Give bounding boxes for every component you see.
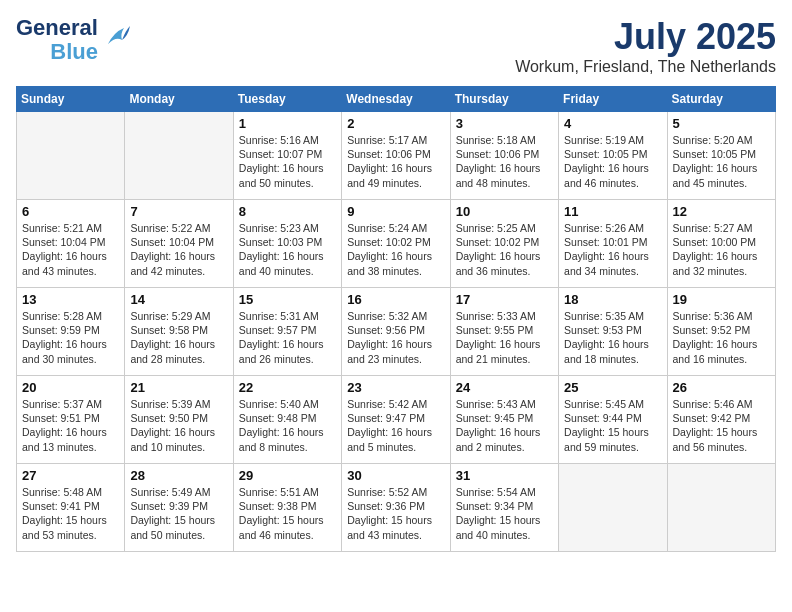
day-number: 10 bbox=[456, 204, 553, 219]
day-info: Sunrise: 5:29 AMSunset: 9:58 PMDaylight:… bbox=[130, 309, 227, 366]
weekday-header-sunday: Sunday bbox=[17, 87, 125, 112]
weekday-header-monday: Monday bbox=[125, 87, 233, 112]
calendar-week-3: 13Sunrise: 5:28 AMSunset: 9:59 PMDayligh… bbox=[17, 288, 776, 376]
day-number: 23 bbox=[347, 380, 444, 395]
calendar-cell: 16Sunrise: 5:32 AMSunset: 9:56 PMDayligh… bbox=[342, 288, 450, 376]
calendar-cell: 23Sunrise: 5:42 AMSunset: 9:47 PMDayligh… bbox=[342, 376, 450, 464]
day-number: 16 bbox=[347, 292, 444, 307]
day-info: Sunrise: 5:26 AMSunset: 10:01 PMDaylight… bbox=[564, 221, 661, 278]
day-info: Sunrise: 5:40 AMSunset: 9:48 PMDaylight:… bbox=[239, 397, 336, 454]
day-info: Sunrise: 5:23 AMSunset: 10:03 PMDaylight… bbox=[239, 221, 336, 278]
title-block: July 2025 Workum, Friesland, The Netherl… bbox=[515, 16, 776, 76]
calendar-cell: 5Sunrise: 5:20 AMSunset: 10:05 PMDayligh… bbox=[667, 112, 775, 200]
day-info: Sunrise: 5:35 AMSunset: 9:53 PMDaylight:… bbox=[564, 309, 661, 366]
day-number: 24 bbox=[456, 380, 553, 395]
calendar-cell: 10Sunrise: 5:25 AMSunset: 10:02 PMDaylig… bbox=[450, 200, 558, 288]
day-info: Sunrise: 5:25 AMSunset: 10:02 PMDaylight… bbox=[456, 221, 553, 278]
calendar-cell: 19Sunrise: 5:36 AMSunset: 9:52 PMDayligh… bbox=[667, 288, 775, 376]
page-header: General Blue July 2025 Workum, Friesland… bbox=[16, 16, 776, 76]
calendar-week-2: 6Sunrise: 5:21 AMSunset: 10:04 PMDayligh… bbox=[17, 200, 776, 288]
day-number: 18 bbox=[564, 292, 661, 307]
calendar-cell: 11Sunrise: 5:26 AMSunset: 10:01 PMDaylig… bbox=[559, 200, 667, 288]
day-number: 8 bbox=[239, 204, 336, 219]
calendar-cell: 30Sunrise: 5:52 AMSunset: 9:36 PMDayligh… bbox=[342, 464, 450, 552]
calendar-cell: 28Sunrise: 5:49 AMSunset: 9:39 PMDayligh… bbox=[125, 464, 233, 552]
calendar-cell: 25Sunrise: 5:45 AMSunset: 9:44 PMDayligh… bbox=[559, 376, 667, 464]
logo-general: General bbox=[16, 16, 98, 40]
day-info: Sunrise: 5:16 AMSunset: 10:07 PMDaylight… bbox=[239, 133, 336, 190]
calendar-cell: 27Sunrise: 5:48 AMSunset: 9:41 PMDayligh… bbox=[17, 464, 125, 552]
logo-blue: Blue bbox=[50, 40, 98, 64]
day-info: Sunrise: 5:20 AMSunset: 10:05 PMDaylight… bbox=[673, 133, 770, 190]
day-info: Sunrise: 5:32 AMSunset: 9:56 PMDaylight:… bbox=[347, 309, 444, 366]
day-number: 25 bbox=[564, 380, 661, 395]
day-info: Sunrise: 5:27 AMSunset: 10:00 PMDaylight… bbox=[673, 221, 770, 278]
day-info: Sunrise: 5:48 AMSunset: 9:41 PMDaylight:… bbox=[22, 485, 119, 542]
day-info: Sunrise: 5:39 AMSunset: 9:50 PMDaylight:… bbox=[130, 397, 227, 454]
weekday-header-tuesday: Tuesday bbox=[233, 87, 341, 112]
location-subtitle: Workum, Friesland, The Netherlands bbox=[515, 58, 776, 76]
weekday-header-wednesday: Wednesday bbox=[342, 87, 450, 112]
day-info: Sunrise: 5:19 AMSunset: 10:05 PMDaylight… bbox=[564, 133, 661, 190]
day-number: 7 bbox=[130, 204, 227, 219]
day-info: Sunrise: 5:17 AMSunset: 10:06 PMDaylight… bbox=[347, 133, 444, 190]
calendar-cell: 6Sunrise: 5:21 AMSunset: 10:04 PMDayligh… bbox=[17, 200, 125, 288]
day-info: Sunrise: 5:28 AMSunset: 9:59 PMDaylight:… bbox=[22, 309, 119, 366]
calendar-cell: 7Sunrise: 5:22 AMSunset: 10:04 PMDayligh… bbox=[125, 200, 233, 288]
calendar-week-5: 27Sunrise: 5:48 AMSunset: 9:41 PMDayligh… bbox=[17, 464, 776, 552]
day-number: 12 bbox=[673, 204, 770, 219]
calendar-cell: 2Sunrise: 5:17 AMSunset: 10:06 PMDayligh… bbox=[342, 112, 450, 200]
day-info: Sunrise: 5:52 AMSunset: 9:36 PMDaylight:… bbox=[347, 485, 444, 542]
calendar-cell: 22Sunrise: 5:40 AMSunset: 9:48 PMDayligh… bbox=[233, 376, 341, 464]
day-info: Sunrise: 5:42 AMSunset: 9:47 PMDaylight:… bbox=[347, 397, 444, 454]
day-info: Sunrise: 5:45 AMSunset: 9:44 PMDaylight:… bbox=[564, 397, 661, 454]
calendar-cell: 4Sunrise: 5:19 AMSunset: 10:05 PMDayligh… bbox=[559, 112, 667, 200]
calendar-header-row: SundayMondayTuesdayWednesdayThursdayFrid… bbox=[17, 87, 776, 112]
calendar-cell: 12Sunrise: 5:27 AMSunset: 10:00 PMDaylig… bbox=[667, 200, 775, 288]
calendar-cell: 21Sunrise: 5:39 AMSunset: 9:50 PMDayligh… bbox=[125, 376, 233, 464]
calendar-cell: 18Sunrise: 5:35 AMSunset: 9:53 PMDayligh… bbox=[559, 288, 667, 376]
weekday-header-friday: Friday bbox=[559, 87, 667, 112]
logo: General Blue bbox=[16, 16, 132, 64]
calendar-cell: 13Sunrise: 5:28 AMSunset: 9:59 PMDayligh… bbox=[17, 288, 125, 376]
day-info: Sunrise: 5:31 AMSunset: 9:57 PMDaylight:… bbox=[239, 309, 336, 366]
calendar-cell bbox=[17, 112, 125, 200]
day-info: Sunrise: 5:51 AMSunset: 9:38 PMDaylight:… bbox=[239, 485, 336, 542]
day-number: 4 bbox=[564, 116, 661, 131]
calendar-cell: 31Sunrise: 5:54 AMSunset: 9:34 PMDayligh… bbox=[450, 464, 558, 552]
day-number: 22 bbox=[239, 380, 336, 395]
day-number: 5 bbox=[673, 116, 770, 131]
weekday-header-saturday: Saturday bbox=[667, 87, 775, 112]
calendar-week-4: 20Sunrise: 5:37 AMSunset: 9:51 PMDayligh… bbox=[17, 376, 776, 464]
day-number: 11 bbox=[564, 204, 661, 219]
calendar-cell bbox=[559, 464, 667, 552]
day-info: Sunrise: 5:33 AMSunset: 9:55 PMDaylight:… bbox=[456, 309, 553, 366]
calendar-cell: 9Sunrise: 5:24 AMSunset: 10:02 PMDayligh… bbox=[342, 200, 450, 288]
day-info: Sunrise: 5:22 AMSunset: 10:04 PMDaylight… bbox=[130, 221, 227, 278]
calendar-cell bbox=[667, 464, 775, 552]
calendar-cell: 1Sunrise: 5:16 AMSunset: 10:07 PMDayligh… bbox=[233, 112, 341, 200]
calendar-cell: 15Sunrise: 5:31 AMSunset: 9:57 PMDayligh… bbox=[233, 288, 341, 376]
calendar-cell: 17Sunrise: 5:33 AMSunset: 9:55 PMDayligh… bbox=[450, 288, 558, 376]
day-info: Sunrise: 5:21 AMSunset: 10:04 PMDaylight… bbox=[22, 221, 119, 278]
day-number: 14 bbox=[130, 292, 227, 307]
day-info: Sunrise: 5:54 AMSunset: 9:34 PMDaylight:… bbox=[456, 485, 553, 542]
day-info: Sunrise: 5:18 AMSunset: 10:06 PMDaylight… bbox=[456, 133, 553, 190]
day-number: 1 bbox=[239, 116, 336, 131]
day-number: 29 bbox=[239, 468, 336, 483]
day-number: 6 bbox=[22, 204, 119, 219]
day-number: 28 bbox=[130, 468, 227, 483]
calendar-cell: 29Sunrise: 5:51 AMSunset: 9:38 PMDayligh… bbox=[233, 464, 341, 552]
day-number: 3 bbox=[456, 116, 553, 131]
calendar-cell: 3Sunrise: 5:18 AMSunset: 10:06 PMDayligh… bbox=[450, 112, 558, 200]
day-number: 19 bbox=[673, 292, 770, 307]
day-number: 31 bbox=[456, 468, 553, 483]
day-number: 27 bbox=[22, 468, 119, 483]
calendar-table: SundayMondayTuesdayWednesdayThursdayFrid… bbox=[16, 86, 776, 552]
day-info: Sunrise: 5:37 AMSunset: 9:51 PMDaylight:… bbox=[22, 397, 119, 454]
day-number: 20 bbox=[22, 380, 119, 395]
calendar-week-1: 1Sunrise: 5:16 AMSunset: 10:07 PMDayligh… bbox=[17, 112, 776, 200]
calendar-cell: 26Sunrise: 5:46 AMSunset: 9:42 PMDayligh… bbox=[667, 376, 775, 464]
day-info: Sunrise: 5:36 AMSunset: 9:52 PMDaylight:… bbox=[673, 309, 770, 366]
day-number: 26 bbox=[673, 380, 770, 395]
